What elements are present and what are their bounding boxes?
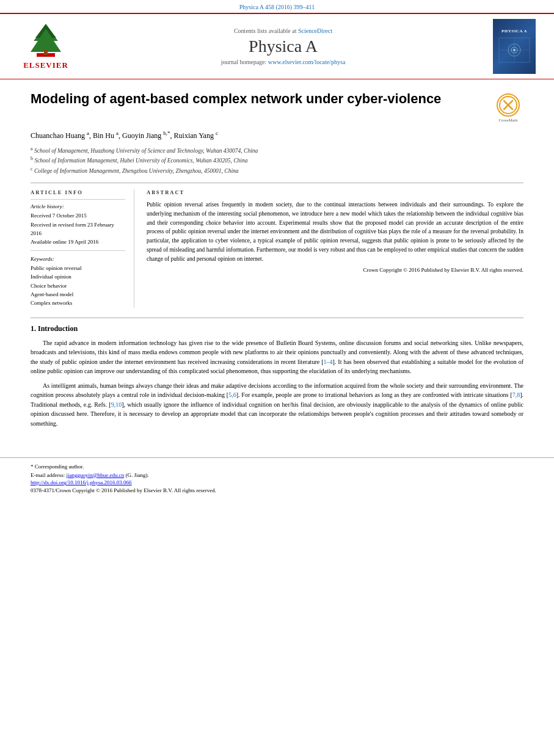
- journal-cover: PHYSICA A: [493, 19, 536, 74]
- keywords-title: Keywords:: [31, 256, 125, 262]
- journal-header: ELSEVIER Contents lists available at Sci…: [0, 13, 554, 79]
- affiliation-a: a School of Management, Huazhong Univers…: [31, 145, 523, 155]
- keyword-5: Complex networks: [31, 299, 125, 307]
- keyword-3: Choice behavior: [31, 282, 125, 290]
- elsevier-tree-icon: [24, 23, 67, 59]
- email-link[interactable]: jiangguoyin@hbue.edu.cn: [66, 472, 124, 478]
- article-info-title: ARTICLE INFO: [31, 189, 125, 195]
- article-info-col: ARTICLE INFO Article history: Received 7…: [31, 189, 134, 308]
- divider-keywords: [31, 250, 125, 251]
- elsevier-logo: ELSEVIER: [18, 23, 73, 70]
- svg-marker-1: [31, 26, 61, 52]
- abstract-copyright: Crown Copyright © 2016 Published by Else…: [147, 267, 523, 273]
- ref-1-4[interactable]: 1–4: [323, 358, 332, 365]
- keyword-4: Agent-based model: [31, 290, 125, 299]
- footer-copyright: 0378-4371/Crown Copyright © 2016 Publish…: [31, 487, 523, 493]
- main-content: Modeling of agent-based complex network …: [0, 79, 554, 445]
- ref-9-10[interactable]: 9,10: [111, 401, 122, 408]
- article-title: Modeling of agent-based complex network …: [31, 90, 493, 108]
- page: Physica A 458 (2016) 399–411 ELSEVIER Co…: [0, 0, 554, 756]
- affiliation-c: c College of Information Management, Zhe…: [31, 165, 523, 175]
- divider-body: [31, 318, 523, 318]
- elsevier-text: ELSEVIER: [23, 60, 68, 70]
- footer-doi[interactable]: http://dx.doi.org/10.1016/j.physa.2016.0…: [31, 479, 523, 485]
- keyword-2: Individual opinion: [31, 272, 125, 281]
- doi-footer-link[interactable]: http://dx.doi.org/10.1016/j.physa.2016.0…: [31, 479, 132, 485]
- abstract-title: ABSTRACT: [147, 189, 523, 195]
- received-date: Received 7 October 2015: [31, 211, 125, 220]
- crossmark-badge[interactable]: CrossMark: [493, 93, 523, 123]
- intro-para-2: As intelligent animals, human beings alw…: [31, 381, 523, 429]
- two-col-section: ARTICLE INFO Article history: Received 7…: [31, 189, 523, 308]
- crossmark-label: CrossMark: [498, 118, 517, 123]
- doi-link[interactable]: Physica A 458 (2016) 399–411: [239, 4, 315, 10]
- revised-date: Received in revised form 23 February 201…: [31, 220, 125, 238]
- affiliations: a School of Management, Huazhong Univers…: [31, 145, 523, 175]
- ref-7-8[interactable]: 7,8: [512, 391, 520, 398]
- footer: * Corresponding author. E-mail address: …: [0, 457, 554, 493]
- ref-5-6[interactable]: 5,6: [228, 391, 236, 398]
- divider-1: [31, 183, 523, 183]
- email-line: E-mail address: jiangguoyin@hbue.edu.cn …: [31, 471, 523, 480]
- keyword-1: Public opinion reversal: [31, 264, 125, 272]
- abstract-col: ABSTRACT Public opinion reversal arises …: [147, 189, 523, 308]
- intro-para-1: The rapid advance in modern information …: [31, 338, 523, 376]
- available-date: Available online 19 April 2016: [31, 238, 125, 246]
- homepage-line: journal homepage: www.elsevier.com/locat…: [86, 59, 481, 65]
- corresponding-note: * Corresponding author.: [31, 463, 523, 471]
- sciencedirect-line: Contents lists available at ScienceDirec…: [86, 27, 481, 34]
- journal-center: Contents lists available at ScienceDirec…: [86, 27, 481, 65]
- journal-name: Physica A: [86, 37, 481, 56]
- divider-info: [31, 199, 125, 200]
- history-title: Article history:: [31, 203, 125, 209]
- intro-header: 1. Introduction: [31, 324, 523, 333]
- cover-graphic: [496, 35, 533, 65]
- svg-point-9: [513, 49, 516, 51]
- affiliation-b: b School of Information Management, Hube…: [31, 155, 523, 165]
- sciencedirect-link[interactable]: ScienceDirect: [298, 27, 332, 34]
- homepage-link[interactable]: www.elsevier.com/locate/physa: [268, 59, 346, 65]
- article-title-section: Modeling of agent-based complex network …: [31, 90, 523, 123]
- authors: Chuanchao Huang a, Bin Hu a, Guoyin Jian…: [31, 130, 523, 140]
- svg-rect-3: [44, 50, 48, 55]
- crossmark-icon: [497, 93, 520, 117]
- body-content: 1. Introduction The rapid advance in mod…: [31, 318, 523, 429]
- abstract-text: Public opinion reversal arises frequentl…: [147, 200, 523, 263]
- doi-bar: Physica A 458 (2016) 399–411: [0, 0, 554, 13]
